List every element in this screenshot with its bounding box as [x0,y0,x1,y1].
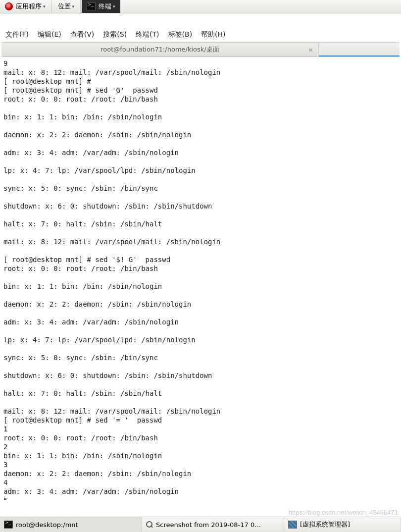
menu-search[interactable]: 搜索(S) [103,30,127,39]
top-panel: 应用程序 ▾ 位置 ▾ 终端 ▾ [0,0,401,13]
panel-running-app-label: 终端 [99,2,111,11]
taskbar-item-label: root@desktop:/mnt [16,521,78,529]
tab-terminal-2[interactable] [319,43,400,56]
taskbar-item-terminal[interactable]: root@desktop:/mnt [0,517,142,532]
bottom-panel: root@desktop:/mnt Screenshot from 2019-0… [0,517,401,532]
terminal-output[interactable]: 9 mail: x: 8: 12: mail: /var/spool/mail:… [1,57,400,500]
taskbar-item-label: [虚拟系统管理器] [300,520,350,529]
menubar: 文件(F) 编辑(E) 查看(V) 搜索(S) 终端(T) 标签(B) 帮助(H… [1,27,400,42]
taskbar-item-label: Screenshot from 2019-08-17 0… [156,521,261,529]
taskbar-item-screenshot[interactable]: Screenshot from 2019-08-17 0… [142,517,284,532]
taskbar-item-vm-manager[interactable]: [虚拟系统管理器] [284,517,401,532]
magnifier-icon [146,521,153,528]
panel-applications[interactable]: 应用程序 ▾ [0,0,50,13]
terminal-icon [87,2,96,10]
menu-tabs[interactable]: 标签(B) [168,30,193,39]
caret-down-icon: ▾ [43,4,46,9]
terminal-icon [4,521,13,529]
menu-view[interactable]: 查看(V) [70,30,95,39]
caret-down-icon: ▾ [72,4,75,9]
panel-applications-label: 应用程序 [16,2,42,11]
tabbar: root@foundation71:/home/kiosk/桌面 × [1,42,400,57]
menu-terminal[interactable]: 终端(T) [136,30,159,39]
panel-divider [51,0,52,13]
panel-places[interactable]: 位置 ▾ [53,0,80,13]
panel-running-app[interactable]: 终端 ▾ [82,0,120,13]
menu-help[interactable]: 帮助(H) [201,30,225,39]
menu-file[interactable]: 文件(F) [5,30,29,39]
caret-down-icon: ▾ [113,4,115,9]
screens-icon [288,521,297,529]
redhat-icon [5,2,13,10]
panel-divider [80,0,81,13]
watermark: https://blog.csdn.net/weixin_45466471 [289,509,398,516]
tab-title: root@foundation71:/home/kiosk/桌面 [100,45,219,54]
terminal-window: 文件(F) 编辑(E) 查看(V) 搜索(S) 终端(T) 标签(B) 帮助(H… [1,27,400,500]
panel-places-label: 位置 [58,2,71,11]
menu-edit[interactable]: 编辑(E) [38,30,61,39]
tab-terminal-1[interactable]: root@foundation71:/home/kiosk/桌面 × [1,43,319,56]
tab-close-button[interactable]: × [308,46,313,53]
